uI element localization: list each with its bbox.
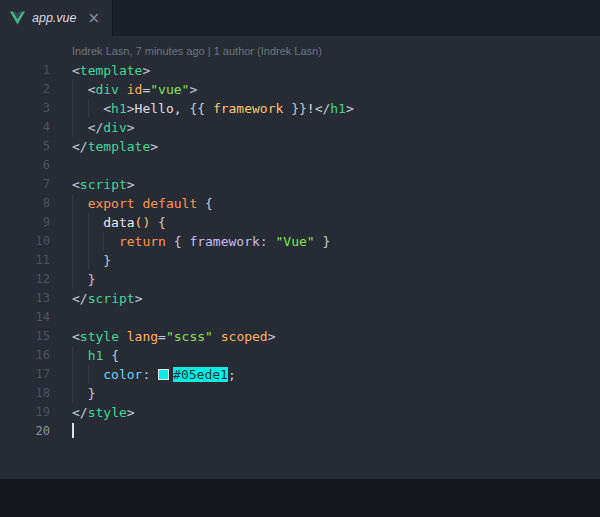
code-token: style <box>80 329 119 344</box>
code-token: div <box>95 82 118 97</box>
code-token: style <box>88 405 127 420</box>
line-number: 11 <box>0 251 50 270</box>
indent-guide <box>72 365 88 384</box>
line-content: </div> <box>72 118 135 137</box>
line-content: data() { <box>72 213 166 232</box>
code-line[interactable]: 16h1 { <box>0 346 600 365</box>
vue-logo-icon <box>10 11 25 26</box>
code-line[interactable]: 10return { framework: "Vue" } <box>0 232 600 251</box>
code-line[interactable]: 1<template> <box>0 61 600 80</box>
code-line[interactable]: 7<script> <box>0 175 600 194</box>
code-line[interactable]: 9data() { <box>0 213 600 232</box>
code-line[interactable]: 13</script> <box>0 289 600 308</box>
panel-strip <box>0 479 600 517</box>
code-token: } <box>103 253 111 268</box>
code-token <box>119 329 127 344</box>
code-token: template <box>88 139 151 154</box>
code-token: export default <box>88 196 198 211</box>
code-line[interactable]: 18} <box>0 384 600 403</box>
tab-filename: app.vue <box>32 11 76 25</box>
code-token: </ <box>72 291 88 306</box>
code-line[interactable]: 6 <box>0 156 600 175</box>
line-content: <div id="vue"> <box>72 80 197 99</box>
indent-guide <box>72 99 88 118</box>
indent-guide <box>88 99 104 118</box>
code-token: < <box>103 101 111 116</box>
code-token: > <box>127 101 135 116</box>
code-token: scoped <box>221 329 268 344</box>
code-token: "scss" <box>166 329 213 344</box>
code-token: > <box>135 291 143 306</box>
code-line[interactable]: 20 <box>0 422 600 441</box>
code-token: "vue" <box>150 82 189 97</box>
code-line[interactable]: 19</style> <box>0 403 600 422</box>
code-editor[interactable]: Indrek Lasn, 7 minutes ago | 1 author (I… <box>0 36 600 479</box>
code-token: h1 <box>330 101 346 116</box>
code-token: < <box>72 63 80 78</box>
code-token: { <box>158 215 166 230</box>
line-number: 17 <box>0 365 50 384</box>
code-token: > <box>150 139 158 154</box>
git-blame-annotation[interactable]: Indrek Lasn, 7 minutes ago | 1 author (I… <box>72 42 600 61</box>
code-lines: 1<template>2<div id="vue">3<h1>Hello, {{… <box>0 61 600 441</box>
code-token: script <box>88 291 135 306</box>
line-content: } <box>72 270 95 289</box>
code-token: { <box>111 348 119 363</box>
code-editor-window: app.vue × Indrek Lasn, 7 minutes ago | 1… <box>0 0 600 517</box>
code-line[interactable]: 11} <box>0 251 600 270</box>
line-content: color: #05ede1; <box>72 365 236 384</box>
code-line[interactable]: 5</template> <box>0 137 600 156</box>
code-token: > <box>142 63 150 78</box>
indent-guide <box>72 232 88 251</box>
code-token: } <box>88 386 96 401</box>
line-number: 10 <box>0 232 50 251</box>
code-token: > <box>189 82 197 97</box>
line-content: export default { <box>72 194 213 213</box>
line-number: 15 <box>0 327 50 346</box>
color-swatch[interactable] <box>158 369 169 380</box>
tab-close-icon[interactable]: × <box>87 11 100 26</box>
code-line[interactable]: 12} <box>0 270 600 289</box>
code-token: > <box>268 329 276 344</box>
code-line[interactable]: 4</div> <box>0 118 600 137</box>
indent-guide <box>72 80 88 99</box>
line-number: 2 <box>0 80 50 99</box>
text-cursor <box>72 423 74 438</box>
line-number: 13 <box>0 289 50 308</box>
code-token: "Vue" <box>275 234 314 249</box>
code-token: script <box>80 177 127 192</box>
code-line[interactable]: 17color: #05ede1; <box>0 365 600 384</box>
code-token: Hello, <box>135 101 190 116</box>
code-token: ! <box>307 101 315 116</box>
code-line[interactable]: 2<div id="vue"> <box>0 80 600 99</box>
code-token: framework <box>213 101 283 116</box>
code-token: = <box>158 329 166 344</box>
code-token: </ <box>88 120 104 135</box>
line-content: <h1>Hello, {{ framework }}!</h1> <box>72 99 354 118</box>
code-line[interactable]: 15<style lang="scss" scoped> <box>0 327 600 346</box>
line-number: 19 <box>0 403 50 422</box>
code-line[interactable]: 8export default { <box>0 194 600 213</box>
code-token: #05ede1 <box>173 367 228 382</box>
code-token: < <box>72 329 80 344</box>
indent-guide <box>72 251 88 270</box>
code-token: div <box>103 120 126 135</box>
line-content: <script> <box>72 175 135 194</box>
indent-guide <box>103 232 119 251</box>
code-token: ; <box>228 367 236 382</box>
code-token: framework: <box>189 234 267 249</box>
tab-app-vue[interactable]: app.vue × <box>0 0 113 36</box>
code-token: > <box>346 101 354 116</box>
line-number: 4 <box>0 118 50 137</box>
line-number: 8 <box>0 194 50 213</box>
code-line[interactable]: 3<h1>Hello, {{ framework }}!</h1> <box>0 99 600 118</box>
code-token: > <box>127 120 135 135</box>
code-token <box>166 234 174 249</box>
code-line[interactable]: 14 <box>0 308 600 327</box>
code-token <box>103 348 111 363</box>
code-token: data <box>103 215 134 230</box>
line-content: <template> <box>72 61 150 80</box>
line-number: 1 <box>0 61 50 80</box>
indent-guide <box>72 194 88 213</box>
code-token: () <box>135 215 151 230</box>
